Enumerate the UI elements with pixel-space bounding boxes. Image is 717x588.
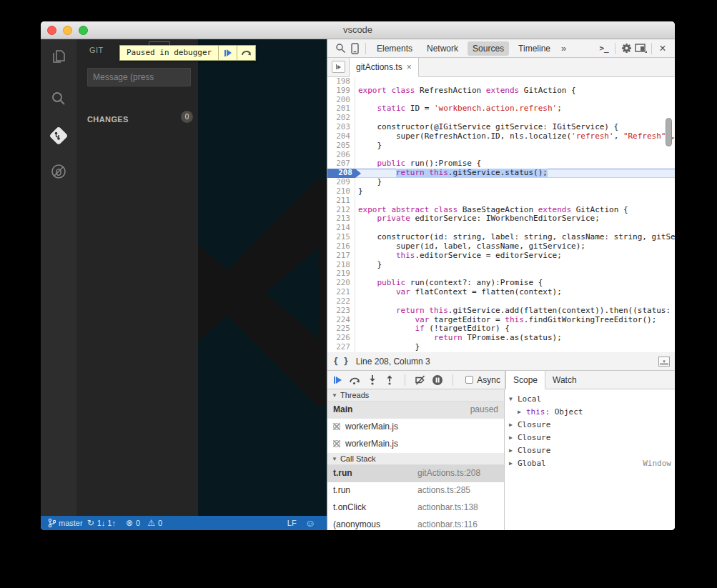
line-number[interactable]: 205 <box>327 141 355 151</box>
line-number[interactable]: 223 <box>327 307 355 316</box>
side-tab-watch[interactable]: Watch <box>545 371 584 389</box>
settings-gear-icon[interactable] <box>619 41 633 56</box>
toolbar-divider <box>405 374 405 386</box>
step-into-button[interactable] <box>367 374 378 387</box>
sync-indicator[interactable]: ↻ 1↓ 1↑ <box>87 519 116 527</box>
step-out-button[interactable] <box>384 374 395 387</box>
show-navigator-icon[interactable] <box>332 61 345 73</box>
line-number[interactable]: 215 <box>327 233 355 242</box>
branch-indicator[interactable]: master <box>48 518 83 528</box>
code-line: 222 <box>327 297 675 307</box>
devtools-tab-sources[interactable]: Sources <box>468 41 509 56</box>
toolbar-divider <box>453 374 453 386</box>
code-line: 200 <box>327 96 675 105</box>
side-tab-scope[interactable]: Scope <box>505 371 545 389</box>
call-stack-frame[interactable]: t.runactions.ts:285 <box>327 482 504 499</box>
explorer-icon[interactable] <box>49 48 68 66</box>
line-number[interactable]: 217 <box>327 251 355 261</box>
async-checkbox-group: Async <box>465 375 500 385</box>
source-code-editor[interactable]: 198199export class RefreshAction extends… <box>327 77 675 352</box>
step-over-button[interactable] <box>349 374 360 387</box>
pretty-print-icon[interactable]: { } <box>333 357 349 367</box>
more-tabs-chevron[interactable]: » <box>558 43 570 54</box>
toolbar-divider <box>615 43 615 54</box>
code-line: 226 return TPromise.as(status); <box>327 334 675 343</box>
thread-row[interactable]: Mainpaused <box>327 402 504 419</box>
call-stack-section-header[interactable]: ▼Call Stack <box>327 453 504 465</box>
vs-logo-watermark <box>198 39 327 516</box>
device-mode-icon[interactable] <box>347 41 362 56</box>
scope-tree-item[interactable]: ▶Closure <box>505 418 675 431</box>
file-tab-close-icon[interactable]: × <box>407 62 412 72</box>
code-line: 211 <box>327 196 675 206</box>
code-line: 207 public run():Promise { <box>327 159 675 169</box>
warnings-count: 0 <box>158 519 162 527</box>
console-drawer-icon[interactable]: >_ <box>597 41 611 56</box>
line-number[interactable]: 204 <box>327 132 355 141</box>
inspect-element-icon[interactable] <box>333 41 347 56</box>
search-icon[interactable] <box>49 89 68 108</box>
call-stack-frame[interactable]: t.onClickactionbar.ts:138 <box>327 499 504 517</box>
debugger-side-tabs: ScopeWatch <box>505 371 675 389</box>
commit-message-input[interactable] <box>87 68 191 86</box>
devtools-tab-timeline[interactable]: Timeline <box>513 41 555 56</box>
changes-section-header[interactable]: CHANGES 0 <box>87 112 193 125</box>
scope-tree-item[interactable]: ▶Closure <box>505 444 675 457</box>
scope-tree-item[interactable]: ▶Closure <box>505 431 675 444</box>
eol-indicator[interactable]: LF <box>287 519 297 527</box>
worker-gear-icon <box>333 440 340 447</box>
resume-icon <box>224 49 232 56</box>
changes-count-badge: 0 <box>181 111 193 123</box>
errors-count: 0 <box>136 519 140 527</box>
code-line: 217 this.editorService = editorService; <box>327 251 675 261</box>
debugger-controls: Async <box>327 371 505 389</box>
resume-script-button[interactable] <box>332 374 343 387</box>
devtools-tab-elements[interactable]: Elements <box>372 41 417 56</box>
vscode-status-bar: master ↻ 1↓ 1↑ ⊗ 0 ⚠ 0 LF ☺ <box>41 516 327 530</box>
devtools-tabs: ElementsNetworkSourcesTimeline <box>370 41 558 56</box>
line-number[interactable]: 209 <box>327 178 355 187</box>
threads-section-header[interactable]: ▼Threads <box>327 389 504 402</box>
line-number[interactable]: 216 <box>327 242 355 251</box>
feedback-smiley-icon[interactable]: ☺ <box>305 518 315 528</box>
problems-indicator[interactable]: ⊗ 0 ⚠ 0 <box>126 519 162 527</box>
banner-resume-button[interactable] <box>218 46 237 60</box>
toggle-drawer-icon[interactable] <box>658 357 670 367</box>
code-line: 209 } <box>327 178 675 187</box>
banner-step-over-button[interactable] <box>237 46 255 60</box>
devtools-tab-network[interactable]: Network <box>422 41 463 56</box>
code-line: 218 } <box>327 261 675 270</box>
thread-row[interactable]: workerMain.js <box>327 436 504 453</box>
line-number[interactable]: 210 <box>327 187 355 196</box>
warnings-icon: ⚠ <box>147 519 155 527</box>
scope-tree-item[interactable]: ▼Local <box>505 392 675 405</box>
paused-in-debugger-banner: Paused in debugger <box>119 45 256 61</box>
code-line: 204 super(RefreshAction.ID, nls.localize… <box>327 132 675 141</box>
git-icon[interactable] <box>49 126 68 145</box>
call-stack-frame[interactable]: t.rungitActions.ts:208 <box>327 465 504 482</box>
debug-icon[interactable] <box>49 162 68 181</box>
code-line: 223 return this.gitService.add(flatten(c… <box>327 307 675 316</box>
thread-row[interactable]: workerMain.js <box>327 419 504 436</box>
line-number[interactable]: 221 <box>327 288 355 297</box>
async-checkbox[interactable] <box>465 376 473 384</box>
editor-scrollbar-thumb[interactable] <box>666 118 672 146</box>
sync-counts: 1↓ 1↑ <box>97 519 116 527</box>
line-number[interactable]: 198 <box>327 77 355 86</box>
branch-icon <box>48 518 56 528</box>
scope-tree-item[interactable]: ▶GlobalWindow <box>505 457 675 469</box>
line-number[interactable]: 199 <box>327 86 355 96</box>
file-tab-gitactions[interactable]: gitActions.ts × <box>349 58 419 77</box>
scope-pane: ▼Local▶this: Object▶Closure▶Closure▶Clos… <box>505 389 675 530</box>
line-number[interactable]: 222 <box>327 297 355 307</box>
code-line: 216 super(id, label, className, gitServi… <box>327 242 675 251</box>
line-number[interactable]: 211 <box>327 196 355 206</box>
code-line: 198 <box>327 77 675 86</box>
pause-on-exceptions-button[interactable] <box>432 374 443 387</box>
call-stack-frame[interactable]: (anonymous function)actionbar.ts:116 <box>327 517 504 530</box>
dock-side-icon[interactable] <box>633 41 648 56</box>
line-number[interactable]: 227 <box>327 343 355 352</box>
devtools-close-icon[interactable]: × <box>656 41 670 56</box>
deactivate-breakpoints-button[interactable] <box>415 374 426 387</box>
scope-tree-item[interactable]: ▶this: Object <box>505 405 675 418</box>
